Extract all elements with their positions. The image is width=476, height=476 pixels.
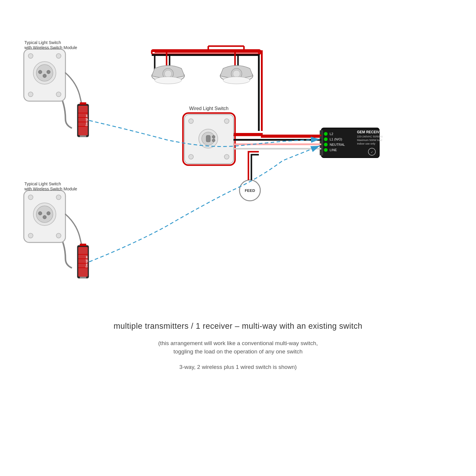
- svg-point-31: [43, 74, 46, 78]
- svg-text:with Wireless Switch Module: with Wireless Switch Module: [24, 45, 77, 50]
- svg-point-24: [28, 54, 33, 58]
- svg-text:L2: L2: [330, 132, 333, 136]
- svg-text:LINE: LINE: [330, 148, 337, 152]
- svg-point-45: [28, 233, 33, 238]
- svg-point-30: [38, 70, 42, 74]
- svg-rect-53: [80, 244, 86, 246]
- svg-text:toggling the load on the opera: toggling the load on the operation of an…: [173, 348, 303, 355]
- svg-rect-41: [80, 135, 86, 137]
- svg-point-76: [324, 143, 328, 146]
- svg-point-26: [28, 92, 33, 97]
- svg-text:Energizer: Energizer: [85, 256, 88, 268]
- svg-text:220-240VAC 50/60Hz: 220-240VAC 50/60Hz: [357, 135, 383, 138]
- svg-text:FEED: FEED: [245, 188, 255, 193]
- svg-text:NEUTRAL: NEUTRAL: [330, 143, 345, 146]
- svg-point-77: [324, 148, 328, 152]
- svg-text:Wired Light Switch: Wired Light Switch: [189, 106, 229, 111]
- svg-rect-34: [80, 102, 86, 105]
- svg-point-46: [56, 233, 61, 238]
- svg-text:multiple transmitters / 1 rece: multiple transmitters / 1 receiver – mul…: [114, 322, 362, 331]
- svg-point-75: [324, 137, 328, 141]
- svg-point-63: [189, 119, 193, 123]
- svg-point-71: [212, 139, 215, 142]
- svg-text:GEM RECEIVER: GEM RECEIVER: [357, 130, 384, 134]
- svg-text:3-way, 2 wireless plus 1 wired: 3-way, 2 wireless plus 1 wired switch is…: [179, 364, 297, 370]
- svg-point-70: [212, 135, 215, 138]
- svg-point-25: [56, 54, 61, 58]
- svg-text:Typical Light Switch: Typical Light Switch: [24, 181, 61, 186]
- svg-text:✓: ✓: [371, 151, 373, 154]
- svg-rect-69: [206, 135, 210, 142]
- svg-point-27: [56, 92, 61, 97]
- svg-text:with Wireless Switch Module: with Wireless Switch Module: [24, 187, 77, 191]
- diagram-container: Energizer Energizer: [0, 0, 476, 476]
- svg-text:Maximum 500W load: Maximum 500W load: [357, 139, 382, 142]
- svg-point-51: [47, 212, 50, 215]
- svg-rect-88: [320, 130, 323, 155]
- svg-text:Indoor use only: Indoor use only: [357, 142, 375, 145]
- svg-point-21: [233, 70, 240, 77]
- svg-point-43: [28, 195, 33, 200]
- svg-point-74: [324, 132, 328, 136]
- svg-point-65: [189, 154, 193, 159]
- svg-point-66: [224, 154, 229, 159]
- svg-point-64: [224, 119, 229, 123]
- svg-point-32: [47, 70, 50, 74]
- svg-point-16: [165, 70, 172, 77]
- svg-rect-60: [80, 277, 86, 278]
- svg-text:Typical Light Switch: Typical Light Switch: [24, 40, 61, 45]
- svg-text:(this arrangement will work li: (this arrangement will work like a conve…: [158, 340, 318, 346]
- svg-text:Energizer: Energizer: [85, 114, 88, 127]
- svg-point-49: [38, 212, 42, 215]
- svg-point-50: [43, 215, 46, 219]
- svg-text:L1 (N/O): L1 (N/O): [330, 137, 342, 141]
- svg-point-44: [56, 195, 61, 200]
- svg-point-17: [155, 77, 181, 84]
- svg-point-22: [223, 77, 250, 84]
